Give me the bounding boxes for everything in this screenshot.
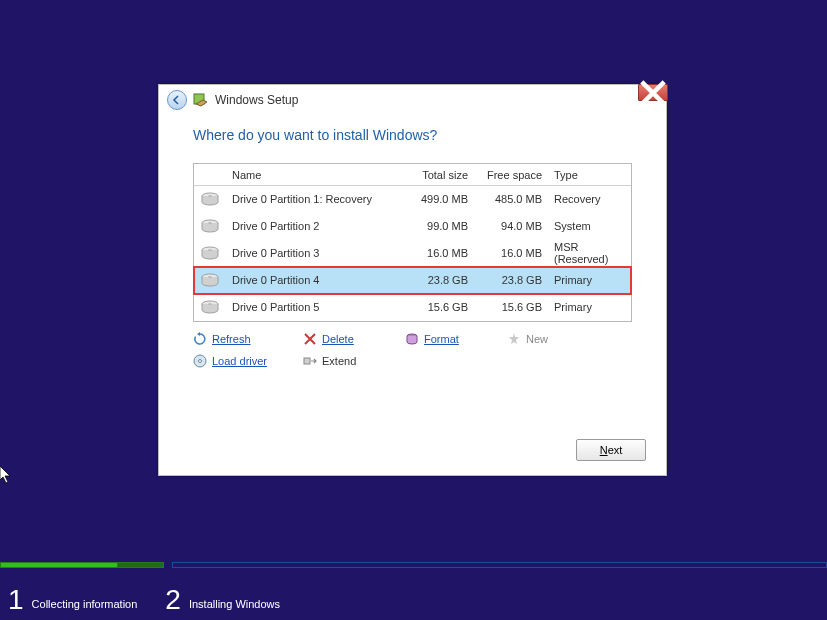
col-name[interactable]: Name	[226, 169, 404, 181]
partition-row[interactable]: Drive 0 Partition 1: Recovery499.0 MB485…	[194, 186, 631, 213]
disk-icon	[194, 192, 226, 206]
delete-icon	[303, 332, 317, 346]
partition-free: 94.0 MB	[474, 220, 548, 232]
toolbar: Refresh Delete Format New Load driver Ex…	[193, 332, 632, 368]
cursor-icon	[0, 466, 12, 484]
partition-free: 485.0 MB	[474, 193, 548, 205]
svg-point-2	[208, 195, 212, 197]
disk-icon	[194, 273, 226, 287]
partition-free: 16.0 MB	[474, 247, 548, 259]
refresh-button[interactable]: Refresh	[193, 332, 303, 346]
back-button[interactable]	[167, 90, 187, 110]
partition-row[interactable]: Drive 0 Partition 299.0 MB94.0 MBSystem	[194, 213, 631, 240]
partition-total: 16.0 MB	[404, 247, 474, 259]
partition-type: System	[548, 220, 631, 232]
partition-name: Drive 0 Partition 2	[226, 220, 404, 232]
titlebar: Windows Setup	[159, 85, 666, 115]
step-2: 2 Installing Windows	[165, 586, 280, 614]
partition-name: Drive 0 Partition 5	[226, 301, 404, 313]
partition-free: 23.8 GB	[474, 274, 548, 286]
disk-icon	[194, 300, 226, 314]
refresh-icon	[193, 332, 207, 346]
progress-bar	[0, 562, 827, 568]
page-heading: Where do you want to install Windows?	[193, 127, 632, 143]
svg-point-13	[199, 360, 202, 363]
svg-rect-14	[304, 358, 310, 364]
close-button[interactable]	[638, 84, 668, 101]
partition-name: Drive 0 Partition 4	[226, 274, 404, 286]
partition-name: Drive 0 Partition 1: Recovery	[226, 193, 404, 205]
table-header: Name Total size Free space Type	[194, 164, 631, 186]
partition-type: MSR (Reserved)	[548, 241, 631, 265]
partition-table: Name Total size Free space Type Drive 0 …	[193, 163, 632, 322]
svg-point-8	[208, 276, 212, 278]
step-1: 1 Collecting information	[8, 586, 137, 614]
titlebar-title: Windows Setup	[215, 93, 298, 107]
partition-total: 23.8 GB	[404, 274, 474, 286]
new-button[interactable]: New	[507, 332, 609, 346]
partition-row[interactable]: Drive 0 Partition 515.6 GB15.6 GBPrimary	[194, 294, 631, 321]
next-button[interactable]: Next	[576, 439, 646, 461]
partition-free: 15.6 GB	[474, 301, 548, 313]
extend-icon	[303, 354, 317, 368]
partition-type: Recovery	[548, 193, 631, 205]
svg-point-6	[208, 249, 212, 251]
col-total[interactable]: Total size	[404, 169, 474, 181]
delete-button[interactable]: Delete	[303, 332, 405, 346]
partition-type: Primary	[548, 301, 631, 313]
app-icon	[193, 92, 209, 108]
setup-dialog: Windows Setup Where do you want to insta…	[158, 84, 667, 476]
new-icon	[507, 332, 521, 346]
load-driver-button[interactable]: Load driver	[193, 354, 303, 368]
partition-type: Primary	[548, 274, 631, 286]
partition-total: 15.6 GB	[404, 301, 474, 313]
cd-icon	[193, 354, 207, 368]
partition-row[interactable]: Drive 0 Partition 316.0 MB16.0 MBMSR (Re…	[194, 240, 631, 267]
partition-total: 499.0 MB	[404, 193, 474, 205]
disk-icon	[194, 219, 226, 233]
install-steps: 1 Collecting information 2 Installing Wi…	[0, 562, 827, 620]
svg-point-4	[208, 222, 212, 224]
disk-icon	[194, 246, 226, 260]
extend-button[interactable]: Extend	[303, 354, 405, 368]
col-type[interactable]: Type	[548, 169, 631, 181]
format-button[interactable]: Format	[405, 332, 507, 346]
svg-point-10	[208, 303, 212, 305]
format-icon	[405, 332, 419, 346]
partition-row[interactable]: Drive 0 Partition 423.8 GB23.8 GBPrimary	[194, 267, 631, 294]
col-free[interactable]: Free space	[474, 169, 548, 181]
partition-name: Drive 0 Partition 3	[226, 247, 404, 259]
partition-total: 99.0 MB	[404, 220, 474, 232]
